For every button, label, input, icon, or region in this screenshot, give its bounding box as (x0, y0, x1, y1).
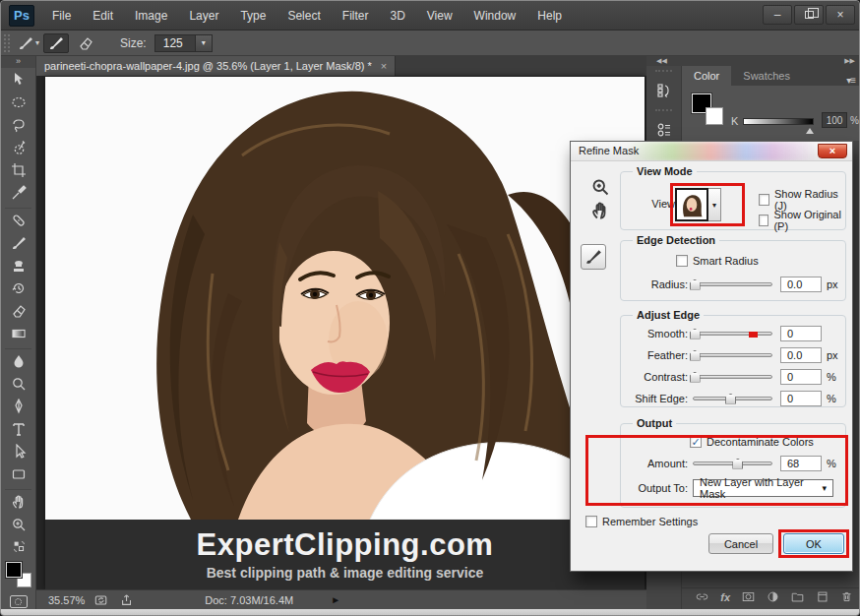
eraser-mode-button[interactable] (73, 33, 98, 53)
tab-color[interactable]: Color (682, 66, 731, 86)
menu-edit[interactable]: Edit (92, 9, 113, 23)
contrast-value-field[interactable]: 0 (780, 369, 822, 385)
shape-tool[interactable] (1, 462, 36, 485)
pen-tool[interactable] (1, 395, 36, 417)
foreground-background-swatches[interactable] (6, 562, 31, 587)
healing-brush-tool[interactable] (1, 209, 36, 231)
radius-slider-thumb[interactable] (690, 279, 701, 290)
show-radius-checkbox[interactable] (759, 194, 769, 206)
shift-edge-slider-thumb[interactable] (725, 394, 736, 404)
close-button[interactable]: × (826, 5, 855, 25)
current-tool-preset[interactable]: ▾ (18, 35, 39, 51)
adjustment-layer-icon[interactable] (767, 590, 779, 603)
menu-window[interactable]: Window (474, 9, 517, 23)
dialog-zoom-tool-icon[interactable] (590, 177, 610, 197)
marquee-tool[interactable] (1, 91, 36, 113)
amount-slider[interactable] (693, 458, 772, 470)
move-tool[interactable] (1, 68, 36, 91)
menu-filter[interactable]: Filter (342, 9, 369, 23)
panel-menu-icon[interactable]: ▾≡ (846, 75, 855, 86)
cancel-button[interactable]: Cancel (708, 533, 773, 554)
tab-swatches[interactable]: Swatches (731, 66, 802, 86)
menu-select[interactable]: Select (287, 9, 320, 23)
status-sync-button[interactable] (92, 593, 110, 607)
gradient-tool[interactable] (1, 322, 36, 344)
remember-settings-checkbox[interactable] (585, 516, 597, 527)
contrast-slider-thumb[interactable] (690, 372, 701, 383)
photo-document[interactable]: ExpertClipping.com Best clipping path & … (45, 77, 645, 589)
dock-collapse-right-icon[interactable]: ▶▶ (844, 57, 855, 66)
new-layer-icon[interactable] (816, 590, 829, 603)
path-selection-tool[interactable] (1, 440, 36, 462)
feather-slider-thumb[interactable] (690, 350, 701, 361)
menu-layer[interactable]: Layer (189, 9, 218, 23)
foreground-color-swatch[interactable] (6, 562, 22, 578)
view-thumbnail[interactable] (675, 188, 708, 221)
crop-tool[interactable] (1, 158, 36, 181)
show-original-checkbox[interactable] (759, 215, 768, 226)
delete-layer-icon[interactable] (840, 590, 853, 603)
type-tool[interactable] (1, 417, 36, 440)
size-dropdown-icon[interactable]: ▾ (196, 34, 213, 52)
shift-edge-value-field[interactable]: 0 (780, 391, 822, 406)
clone-stamp-tool[interactable] (1, 254, 36, 277)
blur-tool[interactable] (1, 349, 36, 372)
amount-value-field[interactable]: 68 (780, 456, 822, 471)
panel-background-swatch[interactable] (706, 107, 723, 125)
view-mode-dropdown[interactable]: ▾ (675, 188, 721, 221)
zoom-level[interactable]: 35.57% (48, 594, 85, 606)
status-flyout-arrow-icon[interactable]: ► (331, 594, 340, 605)
dialog-hand-tool-icon[interactable] (590, 201, 610, 220)
dialog-close-button[interactable]: × (818, 144, 847, 158)
contrast-slider-track[interactable] (693, 375, 772, 379)
swap-colors-icon[interactable] (1, 535, 36, 558)
tab-close-icon[interactable]: × (381, 60, 387, 72)
eyedropper-tool[interactable] (1, 181, 36, 204)
menu-help[interactable]: Help (537, 9, 562, 23)
refine-radius-tool-button[interactable] (581, 244, 606, 270)
brush-mode-button[interactable] (43, 33, 69, 53)
menu-view[interactable]: View (427, 9, 453, 23)
contrast-slider[interactable] (693, 371, 772, 384)
zoom-tool[interactable] (1, 513, 36, 535)
output-to-select[interactable]: New Layer with Layer Mask ▾ (693, 479, 833, 497)
history-brush-tool[interactable] (1, 277, 36, 299)
minimize-button[interactable]: – (763, 5, 792, 25)
feather-slider[interactable] (693, 349, 772, 362)
smooth-value-field[interactable]: 0 (780, 326, 822, 341)
smooth-slider-track[interactable] (693, 332, 772, 336)
restore-button[interactable] (794, 5, 824, 25)
smooth-slider-thumb[interactable] (690, 329, 701, 339)
radius-value-field[interactable]: 0.0 (780, 277, 822, 292)
hand-tool[interactable] (1, 490, 36, 513)
canvas-area[interactable]: ExpertClipping.com Best clipping path & … (36, 76, 646, 589)
add-mask-icon[interactable] (742, 590, 755, 603)
menu-3d[interactable]: 3D (390, 9, 404, 23)
size-value-field[interactable]: 125 (154, 34, 196, 52)
amount-slider-thumb[interactable] (732, 459, 743, 469)
quick-selection-tool[interactable] (1, 136, 36, 158)
status-share-button[interactable] (118, 593, 136, 607)
radius-slider-track[interactable] (693, 282, 772, 286)
shift-edge-slider[interactable] (693, 393, 772, 405)
ok-button[interactable]: OK (783, 533, 844, 554)
history-panel-button[interactable] (646, 76, 682, 105)
radius-slider[interactable] (693, 278, 772, 291)
new-group-icon[interactable] (791, 590, 804, 603)
smooth-slider[interactable] (693, 328, 772, 340)
layer-style-icon[interactable]: fx (720, 591, 730, 603)
dialog-title-bar[interactable]: Refine Mask (571, 142, 852, 161)
menu-type[interactable]: Type (240, 9, 266, 23)
lasso-tool[interactable] (1, 113, 36, 136)
decontaminate-checkbox[interactable]: ✓ (690, 436, 702, 448)
link-layers-icon[interactable] (696, 590, 708, 603)
menu-file[interactable]: File (52, 9, 71, 23)
feather-slider-track[interactable] (693, 353, 772, 357)
smart-radius-checkbox[interactable] (676, 255, 688, 267)
brush-tool[interactable] (1, 231, 36, 254)
k-value-field[interactable]: 100 (822, 112, 847, 128)
eraser-tool[interactable] (1, 299, 36, 322)
dock-collapse-left-icon[interactable]: ◀◀ (656, 57, 667, 66)
menu-image[interactable]: Image (135, 9, 167, 23)
view-dropdown-icon[interactable]: ▾ (708, 188, 721, 221)
